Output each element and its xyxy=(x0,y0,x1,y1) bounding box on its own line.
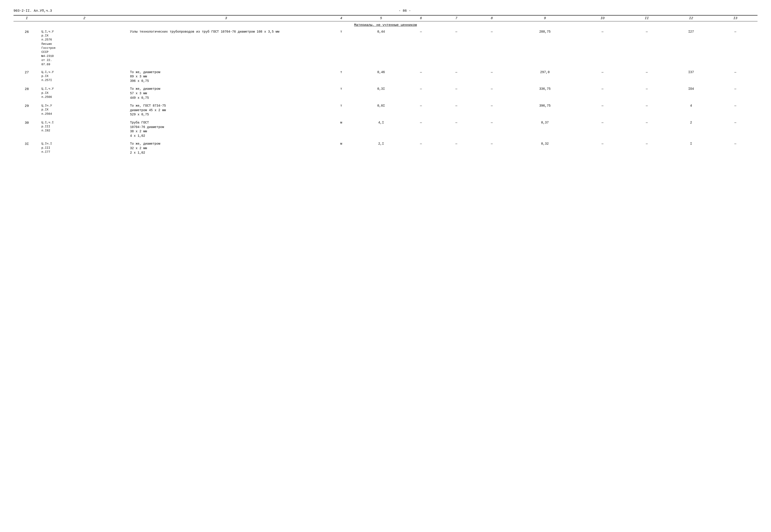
row-col5-26: 0,44 xyxy=(359,29,403,67)
row-col8-30: — xyxy=(474,118,510,139)
row-col7-27: — xyxy=(439,67,474,84)
row-col7-30: — xyxy=(439,118,474,139)
row-col5-28: 0,3I xyxy=(359,84,403,101)
row-col6-31: — xyxy=(403,139,439,156)
row-col11-26: — xyxy=(625,29,669,67)
row-col12-31: I xyxy=(669,139,713,156)
row-desc-27: То же, диаметром 89 х 3 мм 396 х 0,75 xyxy=(129,67,323,84)
row-col11-31: — xyxy=(625,139,669,156)
section-title: Материалы, не учтенные ценником xyxy=(13,21,758,29)
row-col13-30: — xyxy=(713,118,758,139)
row-num-28: 28 xyxy=(13,84,40,101)
row-col6-29: — xyxy=(403,101,439,118)
row-col11-27: — xyxy=(625,67,669,84)
row-desc-29: То же, ГОСТ 8734-75 диаметром 45 х 2 мм … xyxy=(129,101,323,118)
header-left: 903-2-II. Ал.УП,ч.3 xyxy=(13,9,52,13)
row-num-26: 26 xyxy=(13,29,40,67)
row-col8-29: — xyxy=(474,101,510,118)
row-num-27: 27 xyxy=(13,67,40,84)
table-row: 29 Ц.Iч.У р.IХ п.2564 То же, ГОСТ 8734-7… xyxy=(13,101,758,118)
row-col11-29: — xyxy=(625,101,669,118)
row-col12-28: IO4 xyxy=(669,84,713,101)
row-col13-28: — xyxy=(713,84,758,101)
table-row: 3I Ц.Iч.I р.III п.I77 То же, диаметром 3… xyxy=(13,139,758,156)
table-row: 27 Ц.I,ч.У р.IХ п.257I То же, диаметром … xyxy=(13,67,758,84)
row-col9-26: 288,75 xyxy=(510,29,580,67)
row-col5-29: 0,0I xyxy=(359,101,403,118)
column-header-row: I 2 3 4 5 6 7 8 9 IO II I2 I3 xyxy=(13,15,758,21)
table-row: 26 Ц.I,ч.У р.IХ п.2576 Письмо Госстроя С… xyxy=(13,29,758,67)
row-desc-31: То же, диаметром 32 х 2 мм 2 х 1,02 xyxy=(129,139,323,156)
row-col10-27: — xyxy=(580,67,625,84)
row-col4-26: т xyxy=(323,29,359,67)
row-col12-26: I27 xyxy=(669,29,713,67)
row-col9-31: 0,32 xyxy=(510,139,580,156)
row-desc-28: То же, диаметром 57 х 3 мм 449 х 0,75 xyxy=(129,84,323,101)
row-col7-29: — xyxy=(439,101,474,118)
col-header-9: 9 xyxy=(510,15,580,21)
row-col10-31: — xyxy=(580,139,625,156)
col-header-3: 3 xyxy=(129,15,323,21)
col-header-8: 8 xyxy=(474,15,510,21)
row-desc-26: Узлы технологических трубопроводов из тр… xyxy=(129,29,323,67)
row-col4-30: м xyxy=(323,118,359,139)
row-num-29: 29 xyxy=(13,101,40,118)
row-col4-29: т xyxy=(323,101,359,118)
row-code-31: Ц.Iч.I р.III п.I77 xyxy=(40,139,129,156)
col-header-6: 6 xyxy=(403,15,439,21)
row-col5-27: 0,46 xyxy=(359,67,403,84)
row-col6-28: — xyxy=(403,84,439,101)
row-col5-31: 2,I xyxy=(359,139,403,156)
row-col8-27: — xyxy=(474,67,510,84)
row-col11-30: — xyxy=(625,118,669,139)
section-header-row: Материалы, не учтенные ценником xyxy=(13,21,758,29)
row-col10-28: — xyxy=(580,84,625,101)
row-col7-26: — xyxy=(439,29,474,67)
header-center: - 86 - xyxy=(399,9,411,13)
row-col4-27: т xyxy=(323,67,359,84)
row-col7-28: — xyxy=(439,84,474,101)
table-row: 30 Ц.I,ч.I р.III п.I82 Труба ГОСТ 10704-… xyxy=(13,118,758,139)
col-header-10: IO xyxy=(580,15,625,21)
row-col8-26: — xyxy=(474,29,510,67)
row-col9-27: 297,0 xyxy=(510,67,580,84)
row-col9-29: 396,75 xyxy=(510,101,580,118)
row-col5-30: 4,I xyxy=(359,118,403,139)
row-col4-31: м xyxy=(323,139,359,156)
row-col9-30: 0,37 xyxy=(510,118,580,139)
row-code-28: Ц.I,ч.У р.IХ п.2566 xyxy=(40,84,129,101)
main-table: I 2 3 4 5 6 7 8 9 IO II I2 I3 Материалы,… xyxy=(13,15,758,156)
row-col6-26: — xyxy=(403,29,439,67)
row-col13-26: — xyxy=(713,29,758,67)
row-col12-29: 4 xyxy=(669,101,713,118)
row-col8-31: — xyxy=(474,139,510,156)
row-col6-27: — xyxy=(403,67,439,84)
row-col7-31: — xyxy=(439,139,474,156)
row-code-26: Ц.I,ч.У р.IХ п.2576 Письмо Госстроя СССР… xyxy=(40,29,129,67)
row-col6-30: — xyxy=(403,118,439,139)
row-code-30: Ц.I,ч.I р.III п.I82 xyxy=(40,118,129,139)
row-col4-28: т xyxy=(323,84,359,101)
row-code-29: Ц.Iч.У р.IХ п.2564 xyxy=(40,101,129,118)
row-col10-30: — xyxy=(580,118,625,139)
col-header-11: II xyxy=(625,15,669,21)
col-header-5: 5 xyxy=(359,15,403,21)
col-header-4: 4 xyxy=(323,15,359,21)
row-desc-30: Труба ГОСТ 10704-76 диаметром 38 х 2 мм … xyxy=(129,118,323,139)
row-num-31: 3I xyxy=(13,139,40,156)
row-col11-28: — xyxy=(625,84,669,101)
row-col13-29: — xyxy=(713,101,758,118)
row-col10-26: — xyxy=(580,29,625,67)
col-header-2: 2 xyxy=(40,15,129,21)
table-row: 28 Ц.I,ч.У р.IХ п.2566 То же, диаметром … xyxy=(13,84,758,101)
row-num-30: 30 xyxy=(13,118,40,139)
page-header: 903-2-II. Ал.УП,ч.3 - 86 - xyxy=(13,9,758,13)
row-code-27: Ц.I,ч.У р.IХ п.257I xyxy=(40,67,129,84)
row-col12-30: 2 xyxy=(669,118,713,139)
row-col8-28: — xyxy=(474,84,510,101)
col-header-7: 7 xyxy=(439,15,474,21)
row-col9-28: 336,75 xyxy=(510,84,580,101)
row-col10-29: — xyxy=(580,101,625,118)
row-col12-27: I37 xyxy=(669,67,713,84)
col-header-1: I xyxy=(13,15,40,21)
